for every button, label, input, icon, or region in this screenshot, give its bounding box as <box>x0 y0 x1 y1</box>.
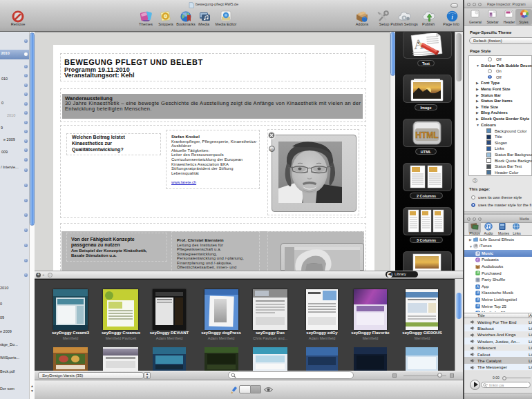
svg-text:HTML: HTML <box>415 130 438 140</box>
